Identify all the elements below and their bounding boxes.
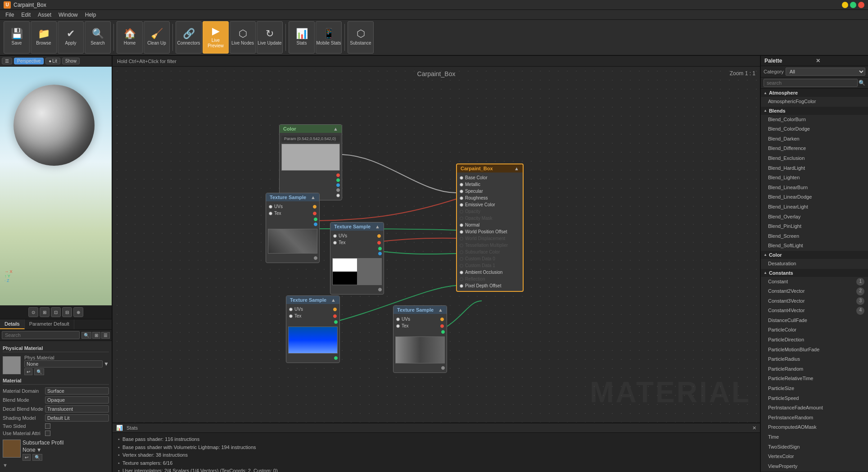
palette-item-particledirection[interactable]: ParticleDirection bbox=[761, 335, 868, 345]
ao-input[interactable] bbox=[460, 271, 463, 274]
close-button[interactable] bbox=[858, 2, 864, 8]
menu-window[interactable]: Window bbox=[55, 10, 81, 20]
search-submit-button[interactable]: 🔍 bbox=[81, 332, 91, 339]
blend-mode-select[interactable]: Opaque bbox=[45, 396, 109, 404]
viewport[interactable]: → X ↑ Y · Z bbox=[0, 67, 112, 305]
roughness-input[interactable] bbox=[460, 196, 463, 200]
palette-item-atmosphericfogcolor[interactable]: AtmosphericFogColor bbox=[761, 97, 868, 107]
tex1-tex-out[interactable] bbox=[313, 212, 316, 215]
texture-sample-4-node[interactable]: Texture Sample ▲ UVs Tex bbox=[393, 305, 447, 373]
tex1-uvs-out[interactable] bbox=[313, 205, 316, 209]
connectors-button[interactable]: 🔗 Connectors bbox=[176, 21, 202, 54]
tex4-tex-pin[interactable] bbox=[396, 324, 400, 328]
palette-item-desaturation[interactable]: Desaturation bbox=[761, 259, 868, 269]
menu-file[interactable]: File bbox=[2, 10, 18, 20]
palette-item-blend-pinlight[interactable]: Blend_PinLight bbox=[761, 222, 868, 231]
stats-button[interactable]: 📊 Stats bbox=[289, 21, 315, 54]
subsurface-dropdown[interactable]: ▼ bbox=[36, 447, 42, 453]
carpaint-collapse-icon[interactable]: ▲ bbox=[514, 166, 519, 171]
snap-button[interactable]: ⊡ bbox=[51, 307, 61, 317]
tex1-uvs-pin[interactable] bbox=[269, 205, 272, 209]
tex3-alpha-out[interactable] bbox=[334, 356, 338, 360]
palette-item-blend-lineardodge[interactable]: Blend_LinearDodge bbox=[761, 192, 868, 202]
a-pin[interactable] bbox=[336, 188, 340, 192]
custom1-input[interactable] bbox=[460, 264, 463, 268]
tex2-collapse[interactable]: ▲ bbox=[375, 224, 380, 229]
perspective-button[interactable]: Perspective bbox=[14, 58, 44, 64]
tex2-uvs-pin[interactable] bbox=[333, 234, 337, 238]
palette-category-select[interactable]: All bbox=[786, 68, 865, 76]
texture-sample-1-node[interactable]: Texture Sample ▲ UVs Tex bbox=[266, 193, 320, 263]
opacity-input[interactable] bbox=[460, 210, 463, 213]
texture-sample-2-node[interactable]: Texture Sample ▲ UVs Tex bbox=[330, 222, 384, 295]
palette-close-button[interactable]: ✕ bbox=[816, 58, 864, 64]
palette-item-perinstancefadeamount[interactable]: PerInstanceFadeAmount bbox=[761, 403, 868, 413]
camera-button[interactable]: ⊟ bbox=[62, 307, 72, 317]
palette-item-perinstancerandom[interactable]: PerInstanceRandom bbox=[761, 413, 868, 423]
palette-item-constant4vector[interactable]: Constant4Vector 4 bbox=[761, 306, 868, 316]
tex2-tex-out[interactable] bbox=[377, 241, 381, 245]
lit-button[interactable]: ● Lit bbox=[45, 58, 60, 64]
palette-item-particlerandom[interactable]: ParticleRandom bbox=[761, 364, 868, 374]
subsurface-return-button[interactable]: ↩ bbox=[23, 454, 31, 461]
tex1-b-out[interactable] bbox=[314, 222, 317, 226]
search-button[interactable]: 🔍 Search bbox=[85, 21, 111, 54]
tex3-tex-pin[interactable] bbox=[289, 314, 293, 318]
subsurface-browse-button[interactable]: 🔍 bbox=[32, 454, 42, 461]
tex3-uvs-pin[interactable] bbox=[289, 308, 293, 311]
r-pin[interactable] bbox=[336, 173, 340, 177]
details-tab[interactable]: Details bbox=[0, 319, 25, 329]
tex1-alpha-out[interactable] bbox=[314, 256, 317, 260]
maximize-button[interactable] bbox=[850, 2, 856, 8]
mobilestats-button[interactable]: 📱 Mobile Stats bbox=[316, 21, 342, 54]
node-canvas[interactable]: Carpaint_Box Zoom 1 : 1 Color bbox=[113, 67, 760, 422]
palette-item-blend-overlay[interactable]: Blend_Overlay bbox=[761, 212, 868, 222]
pixeldepth-input[interactable] bbox=[460, 284, 463, 288]
palette-item-twosidesign[interactable]: TwoSidedSign bbox=[761, 442, 868, 452]
palette-item-particleradius[interactable]: ParticleRadius bbox=[761, 354, 868, 364]
phys-material-dropdown[interactable]: ▼ bbox=[104, 361, 109, 367]
color-section-header[interactable]: Color bbox=[761, 251, 868, 259]
use-material-checkbox[interactable] bbox=[45, 431, 50, 436]
stats-close-button[interactable]: ✕ bbox=[752, 425, 756, 431]
details-search-input[interactable] bbox=[2, 331, 80, 339]
atmosphere-section-header[interactable]: Atmosphere bbox=[761, 89, 868, 97]
palette-item-particlemotionblurfade[interactable]: ParticleMotionBlurFade bbox=[761, 345, 868, 355]
parameter-default-tab[interactable]: Parameter Default bbox=[25, 319, 74, 329]
palette-item-blend-colorburn[interactable]: Blend_ColorBurn bbox=[761, 115, 868, 125]
substance-button[interactable]: ⬡ Substance bbox=[348, 21, 374, 54]
palette-item-particlerelativetime[interactable]: ParticleRelativeTime bbox=[761, 374, 868, 384]
tex1-tex-pin[interactable] bbox=[269, 212, 272, 215]
palette-item-particlespeed[interactable]: ParticleSpeed bbox=[761, 394, 868, 404]
blends-section-header[interactable]: Blends bbox=[761, 107, 868, 115]
tex2-alpha-out[interactable] bbox=[378, 288, 382, 291]
tex3-collapse[interactable]: ▲ bbox=[331, 297, 336, 303]
tex4-uvs-pin[interactable] bbox=[396, 318, 400, 321]
palette-item-blend-lighten[interactable]: Blend_Lighten bbox=[761, 173, 868, 183]
palette-item-viewproperty[interactable]: ViewProperty bbox=[761, 462, 868, 472]
color-node[interactable]: Color ▲ Param (0.542,0.542,0.542,0) bbox=[279, 124, 342, 200]
palette-item-particlecolor[interactable]: ParticleColor bbox=[761, 325, 868, 335]
tex4-alpha-out[interactable] bbox=[441, 366, 445, 370]
custom0-input[interactable] bbox=[460, 257, 463, 261]
palette-item-blend-difference[interactable]: Blend_Difference bbox=[761, 144, 868, 154]
livenodes-button[interactable]: ⬡ Live Nodes bbox=[230, 21, 256, 54]
tex2-uvs-out[interactable] bbox=[377, 234, 381, 238]
opacity-mask-input[interactable] bbox=[460, 217, 463, 220]
palette-item-particlesize[interactable]: ParticleSize bbox=[761, 384, 868, 394]
apply-button[interactable]: ✔ Apply bbox=[58, 21, 84, 54]
emissive-input[interactable] bbox=[460, 203, 463, 207]
tex2-tex-pin[interactable] bbox=[333, 241, 337, 245]
tex1-g-out[interactable] bbox=[314, 218, 317, 221]
tex3-uvs-out[interactable] bbox=[333, 308, 337, 311]
show-button[interactable]: Show bbox=[62, 58, 80, 64]
lock-button[interactable]: ⊕ bbox=[73, 307, 83, 317]
tex2-b-out[interactable] bbox=[378, 252, 382, 255]
save-button[interactable]: 💾 Save bbox=[4, 21, 30, 54]
collapse-icon[interactable]: ▲ bbox=[333, 126, 338, 132]
palette-item-constant[interactable]: Constant 1 bbox=[761, 277, 868, 287]
reflection-input[interactable] bbox=[460, 277, 463, 281]
browse-button[interactable]: 📁 Browse bbox=[31, 21, 57, 54]
liveupdate-button[interactable]: ↻ Live Update bbox=[257, 21, 283, 54]
texture-sample-3-node[interactable]: Texture Sample ▲ UVs Tex bbox=[286, 295, 340, 363]
